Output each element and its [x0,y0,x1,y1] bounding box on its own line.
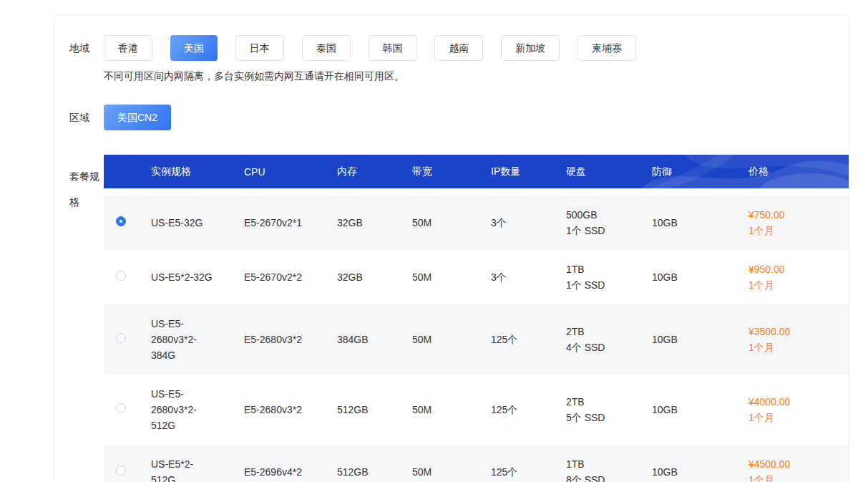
cell-ip-count: 3个 [478,269,553,285]
col-header-memory: 内存 [324,165,399,178]
region-option-thailand[interactable]: 泰国 [302,35,351,61]
cell-disk: 1TB 8个 SSD [553,456,639,482]
cell-instance-spec: US-E5-2680v3*2-384G [138,316,214,363]
table-row[interactable]: US-E5-32G E5-2670v2*1 32GB 50M 3个 500GB … [104,196,849,250]
table-row[interactable]: US-E5-2680v3*2-512G E5-2680v3*2 512GB 50… [104,375,849,445]
region-option-vietnam[interactable]: 越南 [434,35,483,61]
table-row[interactable]: US-E5-2680v3*2-384G E5-2680v3*2 384GB 50… [104,304,849,375]
radio-cell [104,332,138,347]
price-period: 1个月 [748,339,820,355]
cell-bandwidth: 50M [399,402,478,418]
cell-disk: 2TB 5个 SSD [553,394,639,425]
col-header-ip-count: IP数量 [478,165,553,178]
cell-disk: 500GB 1个 SSD [553,207,639,238]
cell-memory: 384GB [324,332,399,347]
disk-type: 5个 SSD [566,410,639,425]
disk-type: 1个 SSD [566,277,639,293]
disk-type: 1个 SSD [566,223,639,238]
cell-disk: 1TB 1个 SSD [553,261,639,293]
cell-instance-spec: US-E5*2-512G [138,456,214,482]
region-hint-text: 不同可用区间内网隔离，多台实例如需内网互通请开在相同可用区。 [104,70,849,83]
radio-cell [104,269,138,285]
radio-icon[interactable] [116,271,126,281]
cell-disk: 2TB 4个 SSD [553,324,639,355]
radio-cell [104,402,138,418]
cell-instance-spec: US-E5-2680v3*2-512G [138,386,214,433]
cell-ip-count: 125个 [478,402,553,418]
region-option-singapore[interactable]: 新加坡 [501,35,560,61]
cell-cpu: E5-2670v2*2 [231,269,324,285]
cell-memory: 32GB [324,269,399,285]
cell-cpu: E5-2680v3*2 [231,402,324,418]
cell-bandwidth: 50M [399,269,478,285]
disk-size: 1TB [566,261,639,277]
table-header: 实例规格 CPU 内存 带宽 IP数量 硬盘 防御 价格 [104,155,849,188]
cell-price: ¥3500.00 1个月 [736,324,820,355]
price-period: 1个月 [748,223,820,238]
col-header-disk: 硬盘 [553,165,639,178]
price-amount: ¥4500.00 [748,456,820,472]
cell-defense: 10GB [639,332,736,347]
disk-size: 500GB [566,207,639,223]
zone-label: 区域 [54,105,104,130]
cell-cpu: E5-2670v2*1 [231,215,324,231]
cell-defense: 10GB [639,464,736,480]
radio-icon[interactable] [116,333,126,343]
disk-size: 2TB [566,324,639,339]
cell-bandwidth: 50M [399,332,478,347]
price-period: 1个月 [748,410,820,425]
cell-ip-count: 125个 [478,332,553,347]
cell-memory: 512GB [324,402,399,418]
cell-memory: 512GB [324,464,399,480]
package-label: 套餐规格 [54,155,104,215]
radio-cell [104,215,138,231]
package-row: 套餐规格 实例规格 CPU 内存 带宽 IP数量 硬盘 防御 价格 [54,155,849,482]
cell-memory: 32GB [324,215,399,231]
cell-defense: 10GB [639,215,736,231]
cell-cpu: E5-2680v3*2 [231,332,324,347]
col-header-bandwidth: 带宽 [399,165,478,178]
cell-bandwidth: 50M [399,464,478,480]
cell-defense: 10GB [639,269,736,285]
price-period: 1个月 [748,472,820,482]
cell-instance-spec: US-E5*2-32G [138,269,214,285]
cell-cpu: E5-2696v4*2 [231,464,324,480]
cell-price: ¥950.00 1个月 [736,261,820,293]
radio-icon[interactable] [116,403,126,413]
cell-price: ¥750.00 1个月 [736,207,820,238]
region-option-usa[interactable]: 美国 [170,35,218,61]
disk-size: 1TB [566,456,639,472]
region-option-cambodia[interactable]: 柬埔寨 [577,35,636,61]
server-config-panel: 地域 香港 美国 日本 泰国 韩国 越南 新加坡 柬埔寨 不同可用区间内网隔离，… [54,14,849,482]
region-option-hongkong[interactable]: 香港 [104,35,152,61]
disk-size: 2TB [566,394,639,410]
package-table: 实例规格 CPU 内存 带宽 IP数量 硬盘 防御 价格 US-E5-32G E… [104,155,849,482]
col-header-instance-spec: 实例规格 [138,165,231,178]
col-header-price: 价格 [736,165,820,178]
cell-price: ¥4000.00 1个月 [736,394,820,425]
radio-selected-icon[interactable] [116,216,126,226]
price-amount: ¥950.00 [748,261,820,277]
price-amount: ¥4000.00 [748,394,820,410]
cell-defense: 10GB [639,402,736,418]
table-row[interactable]: US-E5*2-32G E5-2670v2*2 32GB 50M 3个 1TB … [104,250,849,304]
col-header-defense: 防御 [639,165,736,178]
region-row: 地域 香港 美国 日本 泰国 韩国 越南 新加坡 柬埔寨 不同可用区间内网隔离，… [54,35,849,83]
region-option-korea[interactable]: 韩国 [369,35,417,61]
table-row[interactable]: US-E5*2-512G E5-2696v4*2 512GB 50M 125个 … [104,445,849,482]
cell-ip-count: 3个 [478,215,553,231]
price-amount: ¥750.00 [748,207,820,223]
cell-instance-spec: US-E5-32G [138,215,214,231]
zone-option-usa-cn2[interactable]: 美国CN2 [104,105,171,130]
region-options: 香港 美国 日本 泰国 韩国 越南 新加坡 柬埔寨 [104,35,849,61]
cell-bandwidth: 50M [399,215,478,231]
region-option-japan[interactable]: 日本 [235,35,284,61]
cell-ip-count: 125个 [478,464,553,480]
disk-type: 4个 SSD [566,339,639,355]
cell-price: ¥4500.00 1个月 [736,456,820,482]
table-body: US-E5-32G E5-2670v2*1 32GB 50M 3个 500GB … [104,196,849,482]
region-label: 地域 [54,35,104,61]
radio-icon[interactable] [116,466,126,476]
disk-type: 8个 SSD [566,472,639,482]
zone-row: 区域 美国CN2 [54,105,849,130]
